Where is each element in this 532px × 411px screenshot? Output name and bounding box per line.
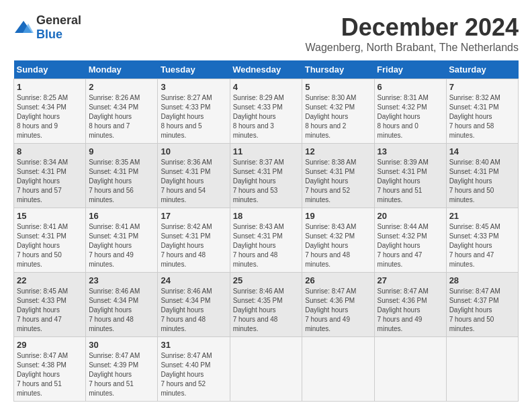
day-cell: 21 Sunrise: 8:45 AMSunset: 4:33 PMDaylig… xyxy=(446,208,518,273)
day-number: 9 xyxy=(89,146,154,156)
day-number: 8 xyxy=(17,146,83,156)
day-cell: 11 Sunrise: 8:37 AMSunset: 4:31 PMDaylig… xyxy=(230,144,302,208)
day-cell: 27 Sunrise: 8:47 AMSunset: 4:36 PMDaylig… xyxy=(374,273,446,337)
day-cell: 20 Sunrise: 8:44 AMSunset: 4:32 PMDaylig… xyxy=(374,208,446,273)
header: General Blue December 2024 Wagenberg, No… xyxy=(13,13,519,54)
week-row-1: 1 Sunrise: 8:25 AMSunset: 4:34 PMDayligh… xyxy=(14,79,519,144)
day-cell: 7 Sunrise: 8:32 AMSunset: 4:31 PMDayligh… xyxy=(446,79,518,144)
day-number: 16 xyxy=(89,211,154,221)
day-number: 22 xyxy=(17,275,83,285)
day-cell: 15 Sunrise: 8:41 AMSunset: 4:31 PMDaylig… xyxy=(14,208,86,273)
day-number: 26 xyxy=(305,275,371,285)
day-detail: Sunrise: 8:46 AMSunset: 4:35 PMDaylight … xyxy=(233,287,284,332)
day-detail: Sunrise: 8:39 AMSunset: 4:31 PMDaylight … xyxy=(378,158,429,203)
day-detail: Sunrise: 8:41 AMSunset: 4:31 PMDaylight … xyxy=(89,223,140,268)
day-number: 5 xyxy=(305,82,371,92)
day-cell: 5 Sunrise: 8:30 AMSunset: 4:32 PMDayligh… xyxy=(302,79,374,144)
day-cell: 1 Sunrise: 8:25 AMSunset: 4:34 PMDayligh… xyxy=(14,79,86,144)
day-detail: Sunrise: 8:43 AMSunset: 4:32 PMDaylight … xyxy=(305,223,356,268)
month-title: December 2024 xyxy=(305,13,519,42)
day-number: 14 xyxy=(449,146,515,156)
day-number: 12 xyxy=(305,146,371,156)
day-detail: Sunrise: 8:37 AMSunset: 4:31 PMDaylight … xyxy=(233,158,284,203)
day-number: 25 xyxy=(233,275,300,285)
title-area: December 2024 Wagenberg, North Brabant, … xyxy=(305,13,519,54)
week-row-3: 15 Sunrise: 8:41 AMSunset: 4:31 PMDaylig… xyxy=(14,208,519,273)
day-detail: Sunrise: 8:30 AMSunset: 4:32 PMDaylight … xyxy=(305,94,356,139)
day-number: 15 xyxy=(17,211,83,221)
day-detail: Sunrise: 8:47 AMSunset: 4:36 PMDaylight … xyxy=(305,287,356,332)
day-cell xyxy=(230,337,302,402)
header-saturday: Saturday xyxy=(446,60,518,79)
header-tuesday: Tuesday xyxy=(158,60,230,79)
day-number: 20 xyxy=(378,211,443,221)
day-cell: 23 Sunrise: 8:46 AMSunset: 4:34 PMDaylig… xyxy=(86,273,158,337)
day-cell: 16 Sunrise: 8:41 AMSunset: 4:31 PMDaylig… xyxy=(86,208,158,273)
day-cell: 26 Sunrise: 8:47 AMSunset: 4:36 PMDaylig… xyxy=(302,273,374,337)
day-detail: Sunrise: 8:26 AMSunset: 4:34 PMDaylight … xyxy=(89,94,140,139)
day-detail: Sunrise: 8:43 AMSunset: 4:31 PMDaylight … xyxy=(233,223,284,268)
day-detail: Sunrise: 8:34 AMSunset: 4:31 PMDaylight … xyxy=(17,158,68,203)
day-cell: 4 Sunrise: 8:29 AMSunset: 4:33 PMDayligh… xyxy=(230,79,302,144)
header-wednesday: Wednesday xyxy=(230,60,302,79)
day-cell: 18 Sunrise: 8:43 AMSunset: 4:31 PMDaylig… xyxy=(230,208,302,273)
subtitle: Wagenberg, North Brabant, The Netherland… xyxy=(305,42,519,54)
day-cell xyxy=(446,337,518,402)
day-cell: 9 Sunrise: 8:35 AMSunset: 4:31 PMDayligh… xyxy=(86,144,158,208)
day-detail: Sunrise: 8:47 AMSunset: 4:40 PMDaylight … xyxy=(161,352,212,397)
header-friday: Friday xyxy=(374,60,446,79)
day-detail: Sunrise: 8:38 AMSunset: 4:31 PMDaylight … xyxy=(305,158,356,203)
day-cell xyxy=(302,337,374,402)
day-detail: Sunrise: 8:41 AMSunset: 4:31 PMDaylight … xyxy=(17,223,68,268)
day-number: 24 xyxy=(161,275,226,285)
day-number: 23 xyxy=(89,275,154,285)
day-cell: 31 Sunrise: 8:47 AMSunset: 4:40 PMDaylig… xyxy=(158,337,230,402)
day-detail: Sunrise: 8:29 AMSunset: 4:33 PMDaylight … xyxy=(233,94,284,139)
day-number: 3 xyxy=(161,82,226,92)
day-number: 4 xyxy=(233,82,300,92)
day-cell: 6 Sunrise: 8:31 AMSunset: 4:32 PMDayligh… xyxy=(374,79,446,144)
header-thursday: Thursday xyxy=(302,60,374,79)
day-number: 1 xyxy=(17,82,83,92)
day-cell: 28 Sunrise: 8:47 AMSunset: 4:37 PMDaylig… xyxy=(446,273,518,337)
day-cell: 22 Sunrise: 8:45 AMSunset: 4:33 PMDaylig… xyxy=(14,273,86,337)
day-number: 30 xyxy=(89,340,154,350)
day-number: 28 xyxy=(449,275,515,285)
day-detail: Sunrise: 8:47 AMSunset: 4:39 PMDaylight … xyxy=(89,352,140,397)
calendar-table: Sunday Monday Tuesday Wednesday Thursday… xyxy=(13,60,519,402)
day-cell xyxy=(374,337,446,402)
day-detail: Sunrise: 8:45 AMSunset: 4:33 PMDaylight … xyxy=(17,287,68,332)
logo-icon xyxy=(13,19,34,36)
day-detail: Sunrise: 8:40 AMSunset: 4:31 PMDaylight … xyxy=(449,158,500,203)
day-cell: 19 Sunrise: 8:43 AMSunset: 4:32 PMDaylig… xyxy=(302,208,374,273)
day-number: 10 xyxy=(161,146,226,156)
day-detail: Sunrise: 8:32 AMSunset: 4:31 PMDaylight … xyxy=(449,94,500,139)
day-detail: Sunrise: 8:36 AMSunset: 4:31 PMDaylight … xyxy=(161,158,212,203)
day-cell: 29 Sunrise: 8:47 AMSunset: 4:38 PMDaylig… xyxy=(14,337,86,402)
day-cell: 13 Sunrise: 8:39 AMSunset: 4:31 PMDaylig… xyxy=(374,144,446,208)
day-detail: Sunrise: 8:27 AMSunset: 4:33 PMDaylight … xyxy=(161,94,212,139)
day-cell: 24 Sunrise: 8:46 AMSunset: 4:34 PMDaylig… xyxy=(158,273,230,337)
day-cell: 8 Sunrise: 8:34 AMSunset: 4:31 PMDayligh… xyxy=(14,144,86,208)
day-cell: 12 Sunrise: 8:38 AMSunset: 4:31 PMDaylig… xyxy=(302,144,374,208)
logo-general: General xyxy=(36,13,81,27)
day-detail: Sunrise: 8:44 AMSunset: 4:32 PMDaylight … xyxy=(378,223,429,268)
day-number: 7 xyxy=(449,82,515,92)
day-cell: 2 Sunrise: 8:26 AMSunset: 4:34 PMDayligh… xyxy=(86,79,158,144)
day-detail: Sunrise: 8:46 AMSunset: 4:34 PMDaylight … xyxy=(161,287,212,332)
day-cell: 25 Sunrise: 8:46 AMSunset: 4:35 PMDaylig… xyxy=(230,273,302,337)
day-number: 18 xyxy=(233,211,300,221)
header-row: Sunday Monday Tuesday Wednesday Thursday… xyxy=(14,60,519,79)
week-row-5: 29 Sunrise: 8:47 AMSunset: 4:38 PMDaylig… xyxy=(14,337,519,402)
day-number: 19 xyxy=(305,211,371,221)
day-detail: Sunrise: 8:47 AMSunset: 4:36 PMDaylight … xyxy=(378,287,429,332)
day-cell: 30 Sunrise: 8:47 AMSunset: 4:39 PMDaylig… xyxy=(86,337,158,402)
day-cell: 3 Sunrise: 8:27 AMSunset: 4:33 PMDayligh… xyxy=(158,79,230,144)
day-number: 6 xyxy=(378,82,443,92)
day-detail: Sunrise: 8:42 AMSunset: 4:31 PMDaylight … xyxy=(161,223,212,268)
day-number: 31 xyxy=(161,340,226,350)
day-number: 27 xyxy=(378,275,443,285)
day-number: 29 xyxy=(17,340,83,350)
day-cell: 14 Sunrise: 8:40 AMSunset: 4:31 PMDaylig… xyxy=(446,144,518,208)
day-detail: Sunrise: 8:25 AMSunset: 4:34 PMDaylight … xyxy=(17,94,68,139)
